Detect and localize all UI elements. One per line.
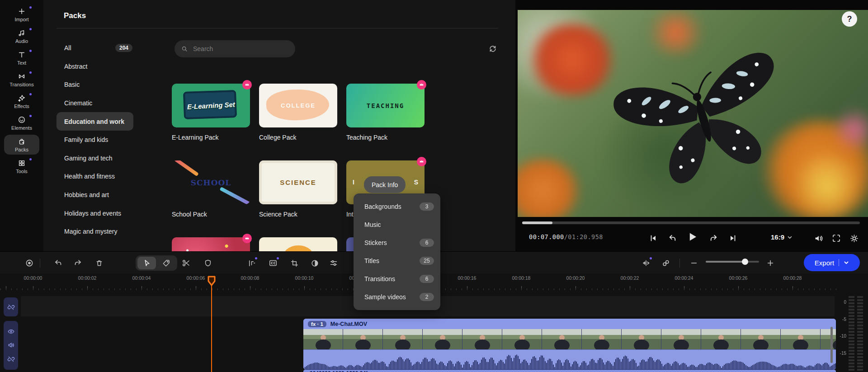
seek-forward-icon[interactable]: [708, 232, 719, 244]
preview-progress-bar[interactable]: [522, 221, 860, 224]
mute-tracks-icon[interactable]: [640, 257, 652, 269]
fx-badge: fx · 1: [308, 321, 326, 327]
play-icon[interactable]: [686, 231, 698, 243]
category-item[interactable]: Basic: [57, 75, 147, 94]
divider: [40, 259, 40, 268]
pack-card[interactable]: TEACHING Teaching Pack: [346, 84, 425, 151]
redo-icon[interactable]: [72, 257, 84, 269]
pack-card[interactable]: E-Learning Set E-Learning Pack: [172, 84, 250, 151]
vertical-scrollbar[interactable]: [830, 327, 833, 363]
pack-card-label: Science Pack: [259, 211, 337, 218]
pack-info-menu-item[interactable]: Music: [354, 216, 440, 234]
category-item[interactable]: All 204: [57, 39, 147, 57]
category-item[interactable]: Family and kids: [57, 131, 147, 149]
thumb-text: COLLEGE: [281, 102, 316, 109]
pack-card[interactable]: [172, 237, 250, 251]
category-item[interactable]: Abstract: [57, 57, 147, 76]
category-item[interactable]: Holidays and events: [57, 204, 147, 222]
nav-item-tools[interactable]: Tools: [4, 156, 39, 176]
category-item[interactable]: Cinematic: [57, 94, 147, 113]
tag-tool-icon[interactable]: [160, 257, 172, 269]
nav-item-audio[interactable]: Audio: [4, 26, 39, 46]
zoom-out-icon[interactable]: [688, 257, 700, 269]
pack-card[interactable]: SCIENCE Science Pack: [259, 160, 337, 228]
split-scissors-icon[interactable]: [180, 257, 192, 269]
category-item[interactable]: Hobbies and art: [57, 186, 147, 204]
pack-info-menu-item[interactable]: Transitions 6: [354, 270, 440, 288]
nav-item-effects[interactable]: Effects: [4, 91, 39, 111]
select-tool-icon[interactable]: [141, 257, 152, 269]
seek-back-icon[interactable]: [666, 232, 678, 244]
ruler-label: 00:00:22: [614, 275, 646, 281]
filters-icon[interactable]: [328, 257, 340, 269]
ruler-label: 00:00:10: [288, 275, 320, 281]
nav-item-text[interactable]: Text: [4, 48, 39, 68]
crop-icon[interactable]: [288, 257, 300, 269]
pack-card[interactable]: [259, 237, 337, 251]
mask-shield-icon[interactable]: [202, 257, 214, 269]
category-label: Health and fitness: [64, 173, 115, 180]
nav-label: Transitions: [9, 82, 33, 87]
tools-icon: [18, 159, 26, 167]
category-item[interactable]: Education and work: [57, 112, 133, 131]
zoom-in-icon[interactable]: [764, 257, 776, 269]
refresh-icon[interactable]: [488, 44, 497, 53]
pack-card-label: Teaching Pack: [346, 134, 425, 141]
category-item[interactable]: Gaming and tech: [57, 149, 147, 168]
search-bar[interactable]: [175, 40, 295, 57]
eye-icon[interactable]: [7, 328, 15, 335]
nav-item-import[interactable]: Import: [4, 5, 39, 24]
category-item[interactable]: Health and fitness: [57, 167, 147, 186]
playhead-marker[interactable]: [207, 276, 216, 287]
volume-icon[interactable]: [812, 232, 824, 244]
text-icon: [18, 51, 26, 59]
nav-item-transitions[interactable]: Transitions: [4, 70, 39, 89]
adjust-icon[interactable]: [309, 257, 321, 269]
pack-card-label: College Pack: [259, 134, 337, 141]
track-header-main: [4, 321, 18, 370]
link-off-icon[interactable]: [7, 355, 15, 363]
captions-cc-icon[interactable]: [267, 257, 279, 269]
speaker-icon[interactable]: [7, 341, 15, 349]
nav-item-elements[interactable]: Elements: [4, 113, 39, 133]
export-button[interactable]: Export: [804, 254, 860, 271]
link-clips-icon[interactable]: [660, 257, 672, 269]
skip-end-icon[interactable]: [727, 232, 739, 244]
pack-card[interactable]: SCHOOL School Pack: [172, 160, 250, 228]
record-icon[interactable]: [24, 257, 35, 269]
meter-column: [849, 296, 854, 372]
nav-item-packs[interactable]: Packs: [4, 135, 39, 155]
notification-dot: [29, 115, 32, 117]
aspect-ratio-selector[interactable]: 16:9: [771, 233, 793, 241]
menu-item-label: Music: [364, 221, 381, 228]
pack-info-menu-item[interactable]: Backgrounds 3: [354, 198, 440, 216]
trash-icon[interactable]: [93, 257, 105, 269]
ruler-label: 00:00:24: [668, 275, 700, 281]
fullscreen-icon[interactable]: [830, 232, 842, 244]
timeline-zoom-slider[interactable]: [706, 261, 759, 263]
notification-dot: [29, 6, 32, 9]
search-input[interactable]: [192, 45, 284, 53]
help-button[interactable]: ?: [842, 11, 857, 27]
pack-card[interactable]: COLLEGE College Pack: [259, 84, 337, 151]
category-label: Basic: [64, 81, 80, 88]
skip-start-icon[interactable]: [647, 232, 659, 244]
premium-crown-icon: [417, 157, 426, 166]
video-preview[interactable]: [518, 10, 868, 217]
notification-dot: [29, 93, 32, 95]
settings-gear-icon[interactable]: [848, 232, 860, 244]
link-off-icon[interactable]: [7, 303, 15, 311]
audio-levels-icon[interactable]: [245, 257, 257, 269]
pack-info-menu-item[interactable]: Titles 25: [354, 252, 440, 270]
category-label: Abstract: [64, 63, 87, 70]
pack-thumbnail: SCHOOL: [172, 160, 250, 204]
clipped-bottom-clip[interactable]: 0040000 1080-1920 24f: [303, 370, 836, 372]
current-time: 00:07.000: [529, 233, 564, 240]
undo-icon[interactable]: [52, 257, 64, 269]
video-clip[interactable]: fx · 1 Me-Chat.MOV: [303, 319, 836, 370]
premium-crown-icon: [417, 80, 426, 89]
pack-info-menu-item[interactable]: Sample videos 2: [354, 288, 440, 306]
category-item[interactable]: Magic and mystery: [57, 222, 147, 241]
slider-knob[interactable]: [742, 259, 748, 265]
pack-info-menu-item[interactable]: Stickers 6: [354, 234, 440, 252]
